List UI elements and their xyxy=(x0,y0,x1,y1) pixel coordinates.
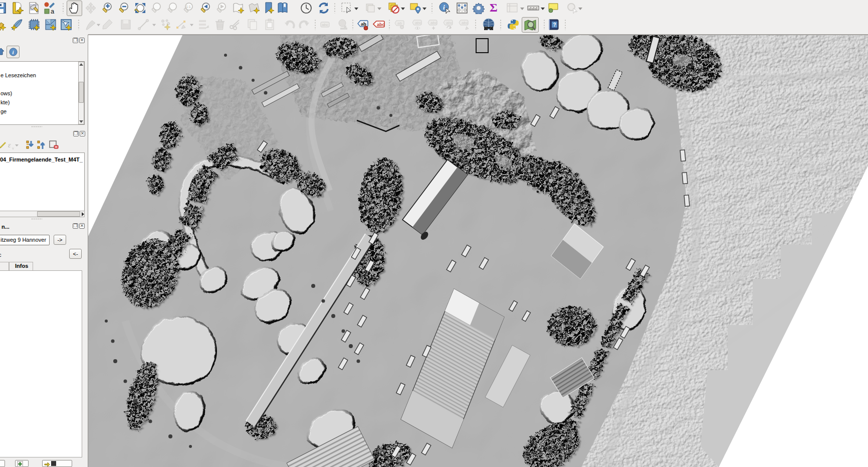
svg-text:v: v xyxy=(12,146,14,150)
svg-text:i: i xyxy=(443,4,445,11)
svg-text:abc: abc xyxy=(462,21,468,25)
svg-text:1:1: 1:1 xyxy=(186,5,191,9)
svg-text:abc: abc xyxy=(377,22,385,27)
svg-text:abc: abc xyxy=(430,21,437,25)
svg-text:?: ? xyxy=(553,22,556,28)
svg-text:Σ: Σ xyxy=(490,1,498,13)
svg-text:ab: ab xyxy=(397,21,402,26)
svg-text:ab: ab xyxy=(361,22,366,27)
svg-text:a: a xyxy=(51,8,55,14)
svg-text:ε: ε xyxy=(8,141,11,149)
svg-text:abc: abc xyxy=(322,23,328,27)
svg-text:abc: abc xyxy=(446,21,453,25)
svg-text:abc: abc xyxy=(415,21,421,25)
